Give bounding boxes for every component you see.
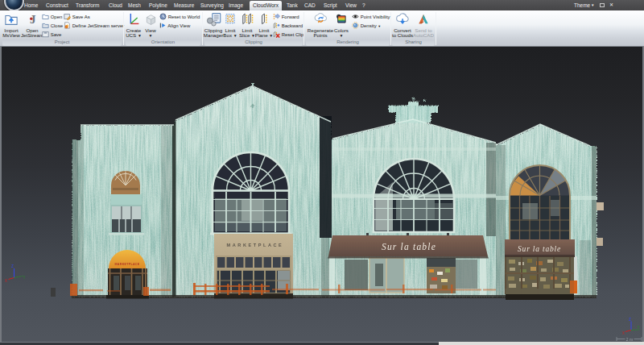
svg-text:MARKETPLACE: MARKETPLACE [227, 243, 284, 247]
svg-text:X: X [622, 331, 625, 335]
svg-text:2 m: 2 m [626, 337, 633, 342]
svg-text:Z: Z [11, 264, 14, 268]
svg-text:Sur la table: Sur la table [382, 242, 436, 251]
svg-text:X: X [5, 279, 7, 283]
svg-text:MARKETPLACE: MARKETPLACE [115, 263, 140, 266]
svg-text:Y: Y [23, 276, 26, 280]
svg-text:Y: Y [638, 326, 640, 330]
svg-text:Sur la table: Sur la table [518, 245, 561, 253]
svg-text:Z: Z [629, 318, 631, 322]
